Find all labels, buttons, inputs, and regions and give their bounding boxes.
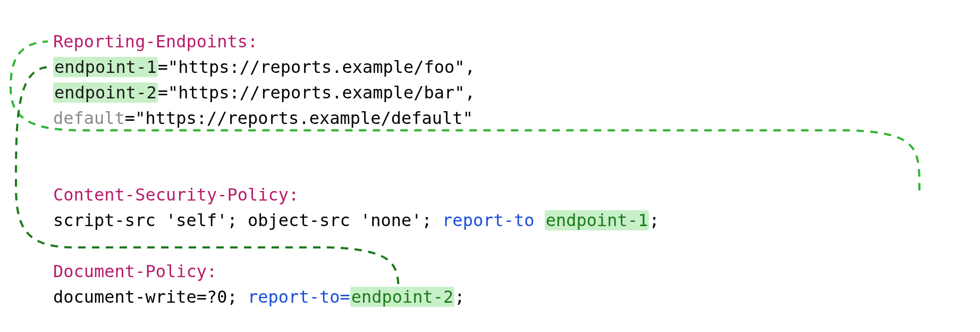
header-csp: Content-Security-Policy: (53, 185, 299, 205)
endpoint-2-decl-name: endpoint-2 (53, 82, 158, 103)
csp-report-to-keyword: report-to (442, 210, 545, 230)
endpoint-1-decl-name: endpoint-1 (53, 57, 158, 77)
header-reporting-endpoints: Reporting-Endpoints: (53, 31, 258, 52)
csp-semicolon: ; (649, 210, 659, 230)
endpoint-default-decl-url: ="https://reports.example/default" (125, 108, 473, 128)
doc-report-to-keyword: report-to= (248, 287, 350, 307)
endpoint-default-decl-name: default (53, 108, 125, 128)
csp-directives: script-src 'self'; object-src 'none'; (53, 210, 442, 230)
header-document-policy: Document-Policy: (53, 261, 217, 281)
doc-directives: document-write=?0; (53, 287, 248, 307)
doc-semicolon: ; (454, 287, 464, 307)
csp-endpoint-ref: endpoint-1 (545, 210, 649, 230)
endpoint-1-decl-url: ="https://reports.example/foo", (158, 57, 475, 77)
endpoint-2-decl-url: ="https://reports.example/bar", (158, 82, 475, 103)
code-block: Reporting-Endpoints: endpoint-1="https:/… (53, 3, 660, 310)
doc-endpoint-ref: endpoint-2 (350, 287, 455, 307)
